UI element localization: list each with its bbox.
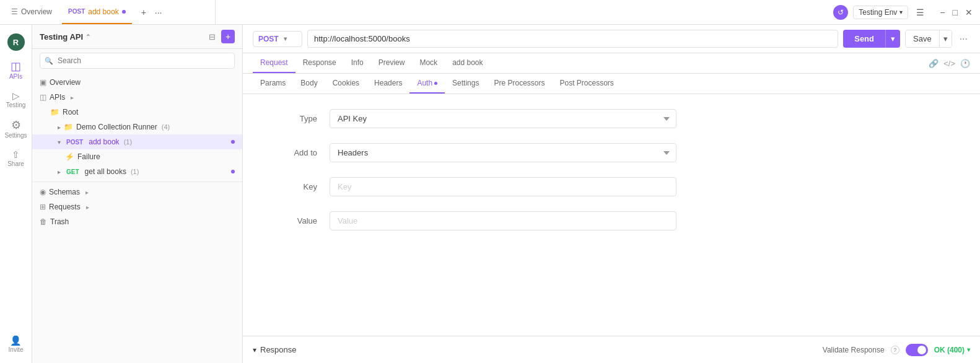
tree-demo-label: Demo Collection Runner: [76, 123, 157, 131]
response-toggle[interactable]: ▾ Response: [253, 345, 297, 354]
filter-button[interactable]: ⊟: [206, 30, 219, 43]
avatar[interactable]: R: [7, 33, 25, 51]
overview-tab-label: Overview: [21, 7, 52, 16]
demo-chevron-icon: ▸: [58, 124, 61, 131]
add-book-chevron-icon: ▾: [58, 139, 61, 146]
sidebar-search: 🔍: [32, 49, 242, 72]
top-bar: ☰ Overview POST add book + ··· ↺ Testing…: [0, 0, 980, 25]
subtab-pre-processors[interactable]: Pre Processors: [486, 74, 552, 94]
type-control: API Key No Auth Bearer Token Basic Auth …: [330, 109, 676, 128]
type-select[interactable]: API Key No Auth Bearer Token Basic Auth …: [330, 109, 676, 128]
sidebar-item-invite[interactable]: 👤 Invite: [1, 331, 31, 358]
close-button[interactable]: ✕: [963, 6, 975, 19]
tab-request[interactable]: Request: [253, 53, 295, 73]
sync-icon[interactable]: ↺: [833, 5, 848, 20]
sidebar-item-share[interactable]: ⇧ Share: [1, 145, 31, 172]
apis-label: APIs: [9, 73, 22, 80]
subtab-cookies[interactable]: Cookies: [325, 74, 367, 94]
tree-item-apis[interactable]: ◫ APIs ▸: [32, 90, 242, 105]
tree-item-failure[interactable]: ⚡ Failure: [32, 149, 242, 164]
share-icon: ⇧: [12, 150, 20, 159]
overview-tab[interactable]: ☰ Overview: [5, 0, 58, 24]
value-input[interactable]: [330, 211, 676, 230]
sidebar-title: Testing API ⌃: [40, 32, 90, 42]
ok-label: OK (400): [934, 346, 965, 354]
send-button[interactable]: Send: [843, 30, 885, 48]
key-control: [330, 177, 676, 196]
auth-form: Type API Key No Auth Bearer Token Basic …: [243, 94, 980, 336]
more-options-button[interactable]: ···: [957, 31, 970, 47]
url-input[interactable]: [307, 30, 838, 48]
hamburger-button[interactable]: ☰: [913, 6, 927, 19]
clock-icon[interactable]: 🕐: [960, 59, 970, 68]
tab-mock[interactable]: Mock: [412, 53, 445, 73]
more-tabs-button[interactable]: ···: [152, 6, 165, 19]
tree-item-add-book[interactable]: ▾ POST add book (1): [32, 134, 242, 149]
settings-label: Settings: [4, 132, 27, 139]
sidebar-header: Testing API ⌃ ⊟ +: [32, 25, 242, 49]
tab-add-book[interactable]: add book: [445, 53, 490, 73]
subtab-params[interactable]: Params: [253, 74, 293, 94]
add-button[interactable]: +: [221, 30, 235, 43]
env-selector[interactable]: Testing Env ▾: [853, 6, 908, 19]
tree-item-trash[interactable]: 🗑 Trash: [32, 214, 242, 229]
help-icon[interactable]: ?: [891, 346, 899, 354]
tree-item-root[interactable]: 📁 Root: [32, 105, 242, 120]
get-books-dot: [231, 170, 235, 173]
response-label: Response: [260, 345, 297, 354]
add-book-tab[interactable]: POST add book: [62, 0, 132, 24]
send-button-group: Send ▾: [843, 30, 900, 48]
tab-response[interactable]: Response: [295, 53, 344, 73]
validate-toggle[interactable]: [906, 344, 928, 356]
key-label: Key: [268, 182, 317, 191]
subtab-body[interactable]: Body: [293, 74, 325, 94]
share-label: Share: [7, 160, 24, 167]
save-button[interactable]: Save: [906, 30, 939, 47]
tree-item-demo-collection[interactable]: ▸ 📁 Demo Collection Runner (4): [32, 120, 242, 134]
maximize-button[interactable]: □: [950, 6, 960, 19]
add-to-select[interactable]: Headers Query Params: [330, 143, 676, 162]
requests-chevron-icon: ▸: [86, 204, 89, 211]
right-panel: POST ▾ Send ▾ Save ▾ ··· Request Respons…: [243, 25, 980, 363]
tab-bar: ☰ Overview POST add book + ···: [5, 0, 216, 24]
code-icon[interactable]: </>: [943, 59, 955, 68]
link-icon[interactable]: 🔗: [929, 59, 938, 68]
save-button-group: Save ▾: [905, 30, 952, 48]
validate-response-label: Validate Response: [823, 346, 885, 354]
sidebar-item-settings[interactable]: ⚙ Settings: [1, 115, 31, 144]
tree-item-overview[interactable]: ▣ Overview: [32, 75, 242, 90]
tab-preview[interactable]: Preview: [371, 53, 413, 73]
search-input[interactable]: [40, 53, 235, 69]
apis-icon: ◫: [11, 61, 21, 72]
tree-divider-1: [32, 182, 242, 182]
invite-label: Invite: [9, 346, 24, 353]
add-to-row: Add to Headers Query Params: [268, 143, 955, 162]
subtab-post-processors[interactable]: Post Processors: [553, 74, 621, 94]
demo-folder-icon: 📁: [64, 123, 73, 131]
sidebar-item-testing[interactable]: ▷ Testing: [1, 86, 31, 113]
tab-actions: + ···: [138, 6, 165, 19]
testing-label: Testing: [6, 102, 26, 108]
subtab-auth[interactable]: Auth: [409, 74, 445, 94]
auth-dot: [434, 82, 437, 85]
ok-badge[interactable]: OK (400) ▾: [934, 346, 970, 354]
requests-icon: ⊞: [40, 203, 46, 211]
tree-item-get-all-books[interactable]: ▸ GET get all books (1): [32, 164, 242, 179]
subtab-headers[interactable]: Headers: [367, 74, 409, 94]
add-book-tab-label: add book: [88, 7, 118, 16]
tree-item-schemas[interactable]: ◉ Schemas ▸: [32, 185, 242, 199]
add-tab-button[interactable]: +: [138, 6, 149, 19]
send-dropdown-button[interactable]: ▾: [885, 30, 900, 48]
minimize-button[interactable]: −: [937, 6, 947, 19]
method-selector[interactable]: POST ▾: [253, 31, 302, 47]
key-input[interactable]: [330, 177, 676, 196]
tree-get-books-label: get all books: [85, 167, 126, 176]
type-row: Type API Key No Auth Bearer Token Basic …: [268, 109, 955, 128]
tree-item-requests[interactable]: ⊞ Requests ▸: [32, 199, 242, 214]
subtab-settings[interactable]: Settings: [445, 74, 486, 94]
method-label: POST: [258, 35, 279, 43]
sidebar-item-apis[interactable]: ◫ APIs: [1, 56, 31, 85]
apis-tree-icon: ◫: [40, 93, 46, 102]
tab-info[interactable]: Info: [344, 53, 371, 73]
save-dropdown-button[interactable]: ▾: [939, 30, 952, 47]
